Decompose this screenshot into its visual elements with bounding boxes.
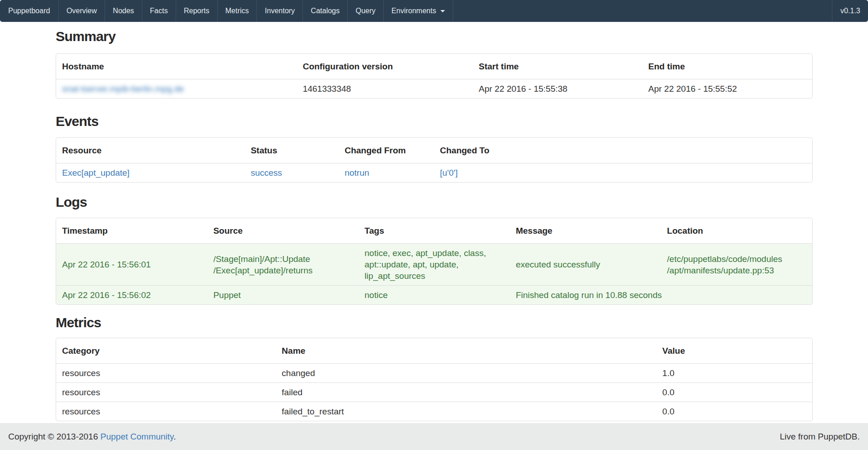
summary-col-start-time: Start time xyxy=(473,54,642,79)
log-message-cell: executed successfully xyxy=(510,244,661,286)
navbar: Puppetboard Overview Nodes Facts Reports… xyxy=(0,0,868,22)
metric-name-cell: failed_to_restart xyxy=(276,402,656,421)
metric-name-cell: failed xyxy=(276,383,656,402)
metric-category-cell: resources xyxy=(56,364,276,383)
metric-row: resources changed 1.0 xyxy=(56,364,812,383)
summary-table-wrap: Hostname Configuration version Start tim… xyxy=(56,53,813,99)
log-location-cell: /etc/puppetlabs/code/modules /apt/manife… xyxy=(661,244,812,286)
log-source-cell: Puppet xyxy=(207,286,358,305)
metric-category-cell: resources xyxy=(56,383,276,402)
events-col-changed-from: Changed From xyxy=(339,138,434,163)
version-label: v0.1.3 xyxy=(832,0,868,22)
log-timestamp-cell: Apr 22 2016 - 15:56:02 xyxy=(56,286,207,305)
logs-table: Timestamp Source Tags Message Location A… xyxy=(56,218,812,304)
log-row: Apr 22 2016 - 15:56:02 Puppet notice Fin… xyxy=(56,286,812,305)
events-table-wrap: Resource Status Changed From Changed To … xyxy=(56,137,813,183)
nav-item-facts[interactable]: Facts xyxy=(142,0,176,22)
end-time-cell: Apr 22 2016 - 15:55:52 xyxy=(642,79,812,99)
footer-right-text: Live from PuppetDB. xyxy=(780,432,860,442)
nav-item-overview[interactable]: Overview xyxy=(59,0,105,22)
logs-col-location: Location xyxy=(661,218,812,244)
event-changed-from-link[interactable]: notrun xyxy=(345,168,369,178)
nav-item-query[interactable]: Query xyxy=(348,0,384,22)
logs-col-message: Message xyxy=(510,218,661,244)
metric-name-cell: changed xyxy=(276,364,656,383)
event-resource-link[interactable]: Exec[apt_update] xyxy=(62,168,130,178)
metrics-col-name: Name xyxy=(276,338,656,364)
metric-value-cell: 0.0 xyxy=(656,402,812,421)
metrics-heading: Metrics xyxy=(56,315,813,330)
events-heading: Events xyxy=(56,114,813,129)
logs-col-timestamp: Timestamp xyxy=(56,218,207,244)
metric-row: resources failed 0.0 xyxy=(56,383,812,402)
footer-copyright-period: . xyxy=(173,432,176,441)
footer: Copyright © 2013-2016 Puppet Community. … xyxy=(0,423,868,450)
hostname-link[interactable]: snat-tserver.mpib-berlin.mpg.de xyxy=(62,84,184,94)
footer-copyright: Copyright © 2013-2016 Puppet Community. xyxy=(8,432,176,442)
log-source-cell: /Stage[main]/Apt::Update /Exec[apt_updat… xyxy=(207,244,358,286)
metric-value-cell: 0.0 xyxy=(656,383,812,402)
events-table: Resource Status Changed From Changed To … xyxy=(56,138,812,182)
metric-row: resources failed_to_restart 0.0 xyxy=(56,402,812,421)
events-col-changed-to: Changed To xyxy=(434,138,812,163)
metrics-col-category: Category xyxy=(56,338,276,364)
events-row: Exec[apt_update] success notrun [u'0'] xyxy=(56,163,812,183)
navbar-left-group: Puppetboard Overview Nodes Facts Reports… xyxy=(0,0,453,22)
nav-item-reports[interactable]: Reports xyxy=(176,0,218,22)
start-time-cell: Apr 22 2016 - 15:55:38 xyxy=(473,79,642,99)
nav-item-nodes[interactable]: Nodes xyxy=(105,0,142,22)
log-tags-cell: notice, exec, apt_update, class, apt::up… xyxy=(359,244,510,286)
metric-category-cell: resources xyxy=(56,402,276,421)
event-status-link[interactable]: success xyxy=(251,168,282,178)
logs-col-source: Source xyxy=(207,218,358,244)
logs-col-tags: Tags xyxy=(359,218,510,244)
log-tags-cell: notice xyxy=(359,286,510,305)
events-col-status: Status xyxy=(245,138,339,163)
summary-col-config-version: Configuration version xyxy=(297,54,473,79)
nav-item-inventory[interactable]: Inventory xyxy=(257,0,303,22)
log-message-cell: Finished catalog run in 10.88 seconds xyxy=(510,286,661,305)
puppet-community-link[interactable]: Puppet Community xyxy=(100,432,173,441)
log-timestamp-cell: Apr 22 2016 - 15:56:01 xyxy=(56,244,207,286)
nav-dropdown-environments-label: Environments xyxy=(392,7,436,15)
navbar-brand[interactable]: Puppetboard xyxy=(0,0,59,22)
nav-item-catalogs[interactable]: Catalogs xyxy=(303,0,348,22)
summary-col-hostname: Hostname xyxy=(56,54,297,79)
summary-table: Hostname Configuration version Start tim… xyxy=(56,54,812,98)
nav-dropdown-environments[interactable]: Environments xyxy=(384,0,453,22)
navbar-right-group: v0.1.3 xyxy=(832,0,868,22)
log-location-cell xyxy=(661,286,812,305)
chevron-down-icon xyxy=(440,10,445,12)
logs-heading: Logs xyxy=(56,194,813,210)
event-changed-to-link[interactable]: [u'0'] xyxy=(440,168,458,178)
metrics-table: Category Name Value resources changed 1.… xyxy=(56,338,812,421)
log-row: Apr 22 2016 - 15:56:01 /Stage[main]/Apt:… xyxy=(56,244,812,286)
main-content: Summary Hostname Configuration version S… xyxy=(56,29,813,421)
events-col-resource: Resource xyxy=(56,138,245,163)
logs-table-wrap: Timestamp Source Tags Message Location A… xyxy=(56,218,813,305)
config-version-cell: 1461333348 xyxy=(297,79,473,99)
metrics-col-value: Value xyxy=(656,338,812,364)
metrics-table-wrap: Category Name Value resources changed 1.… xyxy=(56,338,813,421)
metric-value-cell: 1.0 xyxy=(656,364,812,383)
footer-copyright-text: Copyright © 2013-2016 xyxy=(8,432,100,441)
summary-heading: Summary xyxy=(56,29,813,44)
summary-row: snat-tserver.mpib-berlin.mpg.de 14613333… xyxy=(56,79,812,99)
summary-col-end-time: End time xyxy=(642,54,812,79)
nav-item-metrics[interactable]: Metrics xyxy=(218,0,257,22)
